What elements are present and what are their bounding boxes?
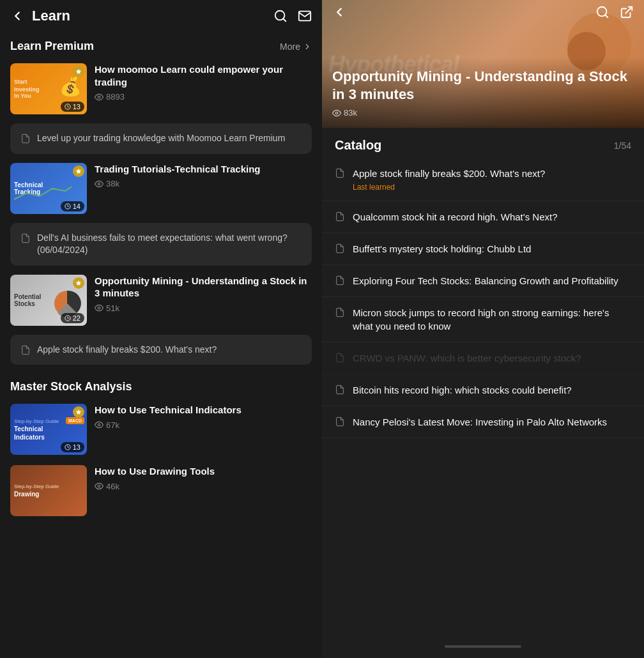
- course-info-technical-tracking: Trading Tutorials-Technical Tracking 38k: [95, 163, 312, 189]
- right-back-button[interactable]: [332, 5, 346, 19]
- course-info-how-moomoo: How moomoo Learn could empower your trad…: [95, 63, 312, 102]
- apple-article-card[interactable]: Apple stock finally breaks $200. What's …: [10, 335, 312, 365]
- scroll-indicator: [445, 645, 521, 648]
- catalog-item-content-2: Qualcomm stock hit a record high. What's…: [353, 210, 631, 224]
- course-views-opportunity: 51k: [95, 303, 312, 313]
- svg-point-15: [98, 486, 100, 488]
- catalog-item-title-8: Nancy Pelosi's Latest Move: Investing in…: [353, 415, 631, 429]
- mail-button[interactable]: [298, 9, 312, 23]
- right-header-image: Hypothetical Opportunity Mining - Unders…: [322, 0, 644, 128]
- catalog-item-title-1: Apple stock finally breaks $200. What's …: [353, 167, 631, 180]
- svg-line-17: [605, 15, 608, 17]
- dell-article-card[interactable]: Dell's AI business fails to meet expecta…: [10, 223, 312, 266]
- apple-article-text: Apple stock finally breaks $200. What's …: [37, 344, 217, 356]
- catalog-item-content-5: Micron stock jumps to record high on str…: [353, 306, 631, 333]
- catalog-item-content-1: Apple stock finally breaks $200. What's …: [353, 167, 631, 192]
- svg-point-11: [98, 307, 100, 310]
- catalog-item-title-4: Exploring Four Tech Stocks: Balancing Gr…: [353, 274, 631, 287]
- course-thumb-technical-tracking: Technical Tracking 14: [10, 163, 87, 214]
- catalog-item-7[interactable]: Bitcoin hits record high: which stocks c…: [322, 374, 644, 406]
- catalog-header: Catalog 1/54: [322, 128, 644, 158]
- catalog-count: 1/54: [614, 141, 631, 151]
- last-learned-badge: Last learned: [353, 183, 631, 192]
- course-views-1: 8893: [95, 92, 312, 102]
- count-badge-3: 22: [61, 313, 84, 323]
- right-header-overlay: Opportunity Mining - Understanding a Sto…: [322, 57, 644, 128]
- count-badge-1: 13: [61, 102, 84, 112]
- catalog-item-6[interactable]: CRWD vs PANW: which is better cybersecur…: [322, 342, 644, 374]
- svg-marker-2: [76, 69, 81, 74]
- count-badge-2: 14: [61, 201, 84, 211]
- dell-article-text: Dell's AI business fails to meet expecta…: [37, 232, 302, 257]
- course-thumb-technical-indicators: Step-by-Step Guide Technical Indicators …: [10, 404, 87, 455]
- svg-line-18: [625, 7, 632, 13]
- catalog-item-content-3: Buffett's mystery stock holding: Chubb L…: [353, 242, 631, 256]
- search-button[interactable]: [273, 9, 288, 23]
- svg-point-7: [98, 183, 100, 185]
- svg-point-19: [335, 112, 338, 114]
- course-card-technical-indicators[interactable]: Step-by-Step Guide Technical Indicators …: [0, 399, 322, 460]
- learn-premium-header: Learn Premium More: [0, 32, 322, 58]
- course-info-technical-indicators: How to Use Technical Indicators 67k: [95, 404, 312, 430]
- course-info-opportunity: Opportunity Mining - Understanding a Sto…: [95, 275, 312, 313]
- course-card-opportunity[interactable]: Potential Stocks 22 Opportunity Mining -…: [0, 270, 322, 331]
- right-share-button[interactable]: [620, 5, 634, 19]
- premium-badge: [73, 66, 84, 77]
- promo-text: Level up your trading knowledge with Moo…: [37, 132, 285, 145]
- catalog-item-content-8: Nancy Pelosi's Latest Move: Investing in…: [353, 415, 631, 429]
- course-views-2: 38k: [95, 179, 312, 188]
- right-search-button[interactable]: [595, 5, 610, 19]
- learn-premium-title: Learn Premium: [10, 40, 94, 53]
- header-left: Learn: [10, 8, 70, 24]
- course-thumb-drawing-tools: Step-by-Step Guide Drawing: [10, 465, 87, 516]
- catalog-item-title-7: Bitcoin hits record high: which stocks c…: [353, 383, 631, 397]
- right-nav: [322, 0, 644, 24]
- catalog-section: Catalog 1/54 Apple stock finally breaks …: [322, 128, 644, 635]
- more-link[interactable]: More: [280, 42, 312, 52]
- course-info-drawing-tools: How to Use Drawing Tools 46k: [95, 465, 312, 491]
- course-card-drawing-tools[interactable]: Step-by-Step Guide Drawing How to Use Dr…: [0, 460, 322, 521]
- promo-card[interactable]: Level up your trading knowledge with Moo…: [10, 123, 312, 154]
- left-header: Learn: [0, 0, 322, 32]
- back-button[interactable]: [10, 9, 24, 23]
- catalog-item-8[interactable]: Nancy Pelosi's Latest Move: Investing in…: [322, 406, 644, 438]
- premium-badge-3: [73, 277, 84, 289]
- catalog-item-content-4: Exploring Four Tech Stocks: Balancing Gr…: [353, 274, 631, 287]
- catalog-item-3[interactable]: Buffett's mystery stock holding: Chubb L…: [322, 233, 644, 265]
- catalog-item-title-2: Qualcomm stock hit a record high. What's…: [353, 210, 631, 224]
- catalog-item-title-3: Buffett's mystery stock holding: Chubb L…: [353, 242, 631, 256]
- master-stock-title: Master Stock Analysis: [10, 380, 132, 394]
- catalog-item-content-6: CRWD vs PANW: which is better cybersecur…: [353, 351, 631, 365]
- svg-marker-9: [76, 280, 81, 286]
- nav-right-icons: [595, 5, 634, 19]
- header-icons: [273, 9, 312, 23]
- course-views-drawing-tools: 46k: [95, 482, 312, 491]
- catalog-item-5[interactable]: Micron stock jumps to record high on str…: [322, 297, 644, 342]
- catalog-item-content-7: Bitcoin hits record high: which stocks c…: [353, 383, 631, 397]
- catalog-item-2[interactable]: Qualcomm stock hit a record high. What's…: [322, 201, 644, 233]
- right-panel: Hypothetical Opportunity Mining - Unders…: [322, 0, 644, 658]
- right-video-title: Opportunity Mining - Understanding a Sto…: [332, 68, 634, 104]
- course-title-2: Trading Tutorials-Technical Tracking: [95, 163, 312, 176]
- catalog-item-1[interactable]: Apple stock finally breaks $200. What's …: [322, 158, 644, 201]
- course-thumb-opportunity: Potential Stocks 22: [10, 275, 87, 326]
- course-thumb-how-moomoo: Start Investing In You 💰 13: [10, 63, 87, 114]
- page-title: Learn: [32, 8, 70, 24]
- master-stock-header: Master Stock Analysis: [0, 372, 322, 399]
- course-card-technical-tracking[interactable]: Technical Tracking 14 Trading Tutorials-…: [0, 158, 322, 219]
- svg-line-1: [283, 19, 286, 21]
- svg-point-14: [98, 424, 100, 427]
- left-panel: Learn Learn Premium More Start Investing…: [0, 0, 322, 658]
- course-title-drawing-tools: How to Use Drawing Tools: [95, 465, 312, 478]
- course-views-technical-indicators: 67k: [95, 420, 312, 430]
- course-card-how-moomoo[interactable]: Start Investing In You 💰 13 How moomoo L…: [0, 58, 322, 119]
- svg-point-4: [98, 96, 100, 98]
- catalog-item-title-6: CRWD vs PANW: which is better cybersecur…: [353, 351, 631, 365]
- course-title-technical-indicators: How to Use Technical Indicators: [95, 404, 312, 417]
- premium-badge-2: [73, 165, 84, 177]
- course-title-opportunity: Opportunity Mining - Understanding a Sto…: [95, 275, 312, 300]
- catalog-item-4[interactable]: Exploring Four Tech Stocks: Balancing Gr…: [322, 265, 644, 297]
- svg-marker-5: [76, 168, 81, 173]
- right-video-views: 83k: [332, 108, 634, 118]
- catalog-item-title-5: Micron stock jumps to record high on str…: [353, 306, 631, 333]
